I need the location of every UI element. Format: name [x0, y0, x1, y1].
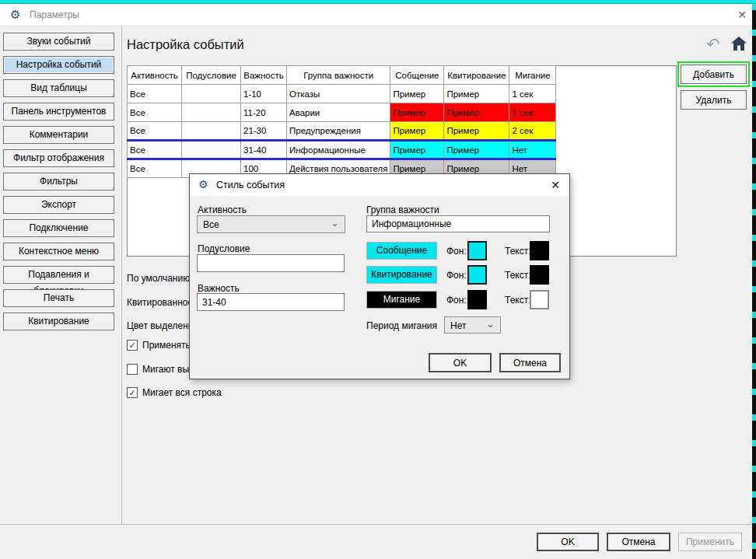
blink-period-label: Период мигания — [366, 320, 437, 331]
ack-text-swatch[interactable] — [530, 265, 549, 285]
sidebar-item-context-menu[interactable]: Контекстное меню — [3, 243, 114, 260]
activity-label: Активность — [198, 204, 247, 215]
page-title: Настройка событий — [127, 37, 244, 52]
col-header-subcondition: Подусловие — [182, 66, 241, 85]
close-icon[interactable]: ✕ — [734, 7, 750, 23]
sidebar-item-toolbar[interactable]: Панель инструментов — [3, 103, 114, 121]
ok-button[interactable]: OK — [537, 533, 599, 551]
footer-separator — [0, 524, 752, 525]
col-header-ack: Квитирование — [444, 66, 509, 85]
sidebar-item-export[interactable]: Экспорт — [3, 196, 114, 214]
dialog-close-icon[interactable]: ✕ — [548, 177, 563, 193]
add-button[interactable]: Добавить — [681, 65, 747, 84]
add-button-focus-ring: Добавить — [677, 61, 750, 87]
importance-label: Важность — [198, 283, 240, 294]
sidebar-item-event-settings[interactable]: Настройка событий — [3, 56, 114, 74]
blink-period-value: Нет — [450, 320, 466, 331]
table-row[interactable]: Все 11-20 Аварии Пример Пример 1 сек — [128, 103, 556, 122]
message-fon-label: Фон: — [446, 246, 467, 257]
checkbox-row-apply: ✓ Применять — [127, 340, 191, 351]
checkbox-row-blink-selected: Мигают вы — [127, 364, 189, 375]
checkbox-blink-selected-label: Мигают вы — [142, 364, 189, 375]
sidebar: Звуки событий Настройка событий Вид табл… — [3, 33, 114, 330]
sidebar-separator — [121, 26, 122, 524]
table-row-selected[interactable]: Все 31-40 Информационные Пример Пример Н… — [128, 141, 556, 159]
checkbox-blink-whole-row-label: Мигает вся строка — [142, 387, 222, 398]
sidebar-item-print[interactable]: Печать — [3, 289, 114, 307]
chevron-down-icon: ⌄ — [486, 318, 495, 330]
checkbox-blink-whole-row[interactable]: ✓ — [127, 387, 138, 398]
dialog-title: Стиль события — [216, 180, 285, 190]
checkbox-apply[interactable]: ✓ — [127, 340, 138, 351]
selection-color-label: Цвет выделени — [127, 320, 194, 331]
cancel-button[interactable]: Отмена — [607, 533, 670, 551]
events-table: Активность Подусловие Важность Группа ва… — [127, 65, 556, 178]
dialog-cancel-button[interactable]: Отмена — [499, 353, 561, 372]
message-bg-swatch[interactable] — [467, 241, 487, 260]
blink-period-dropdown[interactable]: Нет ⌄ — [444, 316, 501, 334]
gear-icon: ⚙ — [10, 8, 20, 22]
importance-group-input[interactable] — [366, 215, 550, 232]
table-row[interactable]: Все 21-30 Предупреждения Пример Пример 2… — [128, 122, 556, 141]
table-row[interactable]: Все 1-10 Отказы Пример Пример 1 сек — [128, 85, 556, 103]
ack-fon-label: Фон: — [446, 270, 467, 281]
checkbox-apply-label: Применять — [142, 340, 191, 351]
background-window-right-strip — [752, 4, 756, 559]
message-text-swatch[interactable] — [530, 241, 549, 260]
blink-style-button[interactable]: Мигание — [366, 291, 437, 309]
importance-input[interactable] — [197, 293, 345, 311]
home-icon[interactable] — [731, 37, 747, 53]
col-header-importance: Важность — [241, 66, 287, 85]
delete-button[interactable]: Удалить — [681, 90, 747, 110]
sidebar-item-connection[interactable]: Подключение — [3, 219, 114, 237]
event-style-dialog: ⚙ Стиль события ✕ Активность Все ⌄ Подус… — [189, 173, 570, 379]
table-header-row: Активность Подусловие Важность Группа ва… — [128, 66, 556, 85]
col-header-message: Собщение — [390, 66, 444, 85]
importance-group-label: Группа важности — [366, 204, 439, 215]
sidebar-item-event-sounds[interactable]: Звуки событий — [3, 33, 114, 51]
ack-bg-swatch[interactable] — [467, 265, 487, 285]
blink-fon-label: Фон: — [446, 295, 467, 306]
sidebar-item-filters[interactable]: Фильтры — [3, 173, 114, 190]
acknowledged-label: Квитированное — [127, 297, 193, 308]
blink-text-swatch[interactable] — [530, 290, 549, 309]
titlebar: ⚙ Параметры ✕ — [0, 4, 752, 26]
default-style-label: По умолчанию — [127, 273, 190, 284]
subcondition-label: Подусловие — [198, 243, 250, 254]
message-style-button[interactable]: Сообщение — [366, 242, 437, 260]
chevron-down-icon: ⌄ — [331, 217, 339, 229]
activity-dropdown[interactable]: Все ⌄ — [197, 215, 345, 233]
ack-text-label: Текст: — [505, 270, 531, 281]
gear-icon: ⚙ — [198, 178, 208, 190]
window-title: Параметры — [30, 9, 79, 20]
message-text-label: Текст: — [505, 246, 531, 257]
blink-text-label: Текст: — [505, 295, 531, 306]
sidebar-item-acknowledgement[interactable]: Квитирование — [3, 313, 114, 330]
dialog-titlebar: ⚙ Стиль события ✕ — [190, 174, 569, 196]
subcondition-input[interactable] — [197, 254, 345, 272]
col-header-blink: Мигание — [509, 66, 556, 85]
col-header-activity: Активность — [128, 66, 182, 85]
dialog-ok-button[interactable]: OK — [429, 353, 492, 372]
blink-bg-swatch[interactable] — [467, 290, 487, 309]
sidebar-item-table-view[interactable]: Вид таблицы — [3, 79, 114, 97]
apply-button-disabled[interactable]: Применить — [678, 533, 742, 551]
sidebar-item-suppressions[interactable]: Подавления и блокировки — [3, 266, 114, 284]
activity-value: Все — [203, 219, 219, 230]
sidebar-item-display-filter[interactable]: Фильтр отображения — [3, 149, 114, 167]
checkbox-row-blink-whole-row: ✓ Мигает вся строка — [127, 387, 222, 398]
undo-icon[interactable]: ↶ — [706, 35, 720, 54]
background-window-top-strip — [0, 0, 756, 4]
ack-style-button[interactable]: Квитирование — [366, 266, 437, 284]
checkbox-blink-selected[interactable] — [127, 364, 138, 375]
col-header-importance-group: Группа важности — [287, 66, 390, 85]
sidebar-item-comments[interactable]: Комментарии — [3, 126, 114, 144]
